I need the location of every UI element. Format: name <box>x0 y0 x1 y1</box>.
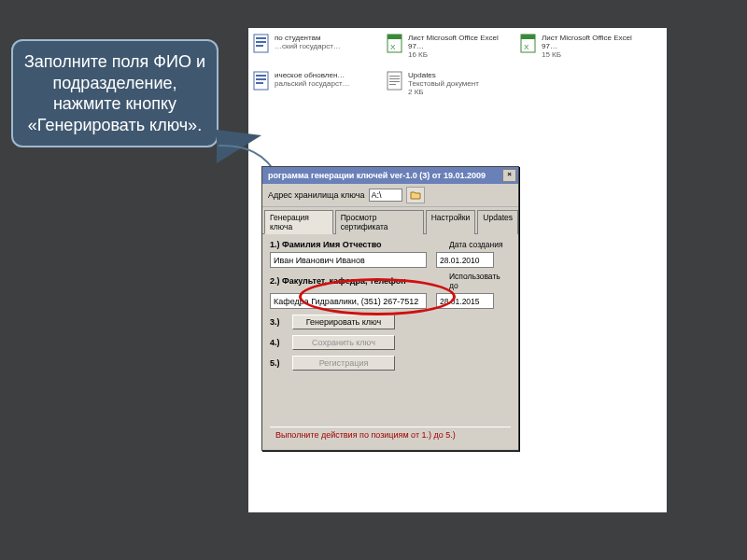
file-desc: …ский государст… <box>275 42 341 50</box>
tab-view-cert[interactable]: Просмотр сертификата <box>335 210 424 234</box>
file-name: Лист Microsoft Office Excel 97… <box>542 34 645 50</box>
svg-rect-16 <box>389 78 400 79</box>
fullname-label: 1.) Фамилия Имя Отчество <box>270 240 449 249</box>
file-item[interactable]: по студентам …ский государст… <box>252 34 378 62</box>
tab-label: Updates <box>483 213 513 222</box>
date-created-input[interactable] <box>436 252 494 268</box>
svg-rect-14 <box>388 72 402 90</box>
department-input[interactable] <box>270 293 427 309</box>
close-icon: × <box>507 170 512 178</box>
svg-rect-13 <box>256 82 263 84</box>
address-label: Адрес хранилища ключа <box>268 190 365 200</box>
file-item[interactable]: X Лист Microsoft Office Excel 97… 16 КБ <box>386 34 512 62</box>
file-desc: Текстовый документ <box>408 79 479 88</box>
button-label: Сохранить ключ <box>312 338 375 347</box>
svg-rect-1 <box>256 37 266 39</box>
date-until-label: Использовать до <box>449 272 511 290</box>
step3-number: 3.) <box>270 317 287 327</box>
date-until-input[interactable] <box>436 293 494 309</box>
step4-number: 4.) <box>270 338 287 347</box>
svg-rect-17 <box>389 81 400 82</box>
key-store-address-row: Адрес хранилища ключа <box>262 184 518 207</box>
file-desc: 15 КБ <box>542 50 645 59</box>
doc-icon <box>252 71 271 91</box>
status-bar: Выполните действия по позициям от 1.) до… <box>270 427 511 442</box>
button-label: Генерировать ключ <box>306 317 382 327</box>
keygen-dialog: рограмма генерации ключей ver-1.0 (3) от… <box>261 166 519 451</box>
txt-icon <box>386 71 404 91</box>
folder-icon <box>410 190 421 200</box>
date-created-label: Дата создания <box>449 240 511 249</box>
generate-key-button[interactable]: Генерировать ключ <box>292 315 395 329</box>
file-desc: ральский государст… <box>275 79 350 88</box>
svg-rect-8 <box>521 35 535 39</box>
dialog-titlebar[interactable]: рограмма генерации ключей ver-1.0 (3) от… <box>262 167 518 184</box>
tab-strip: Генерация ключа Просмотр сертификата Нас… <box>262 207 518 234</box>
close-button[interactable]: × <box>502 169 516 182</box>
file-item[interactable]: Updates Текстовый документ 2 КБ <box>386 71 512 99</box>
step5-number: 5.) <box>270 358 287 368</box>
file-name: ическое обновлен… <box>275 71 350 79</box>
file-name: Лист Microsoft Office Excel 97… <box>408 34 512 50</box>
fullname-input[interactable] <box>270 252 427 268</box>
file-name: по студентам <box>275 34 341 42</box>
svg-rect-0 <box>254 35 268 52</box>
svg-text:X: X <box>390 43 396 51</box>
xls-icon: X <box>519 34 538 54</box>
address-input[interactable] <box>369 189 402 202</box>
button-label: Регистрация <box>319 358 369 368</box>
tab-label: Просмотр сертификата <box>341 213 388 231</box>
svg-rect-15 <box>389 76 400 77</box>
file-list: по студентам …ский государст… X Лист Mic… <box>248 32 667 106</box>
xls-icon: X <box>386 34 404 54</box>
keygen-panel: 1.) Фамилия Имя Отчество Дата создания 2… <box>262 234 518 450</box>
svg-rect-5 <box>388 35 402 39</box>
svg-rect-10 <box>254 72 268 90</box>
tab-label: Настройки <box>431 213 471 222</box>
tab-updates[interactable]: Updates <box>477 210 518 234</box>
register-button[interactable]: Регистрация <box>292 356 395 371</box>
save-key-button[interactable]: Сохранить ключ <box>292 335 395 350</box>
tab-label: Генерация ключа <box>270 213 309 231</box>
tab-keygen[interactable]: Генерация ключа <box>264 210 333 234</box>
svg-text:X: X <box>524 43 529 51</box>
svg-rect-12 <box>256 78 266 80</box>
tab-settings[interactable]: Настройки <box>426 210 476 234</box>
dialog-title: рограмма генерации ключей ver-1.0 (3) от… <box>268 171 486 180</box>
status-text: Выполните действия по позициям от 1.) до… <box>275 430 456 440</box>
file-size: 2 КБ <box>408 88 479 96</box>
svg-rect-18 <box>389 84 396 85</box>
file-desc: 16 КБ <box>408 50 512 59</box>
svg-rect-2 <box>256 41 266 43</box>
svg-rect-3 <box>256 45 263 47</box>
callout-text: Заполните поля ФИО и подразделение, нажм… <box>21 51 209 135</box>
department-label: 2.) Факультет, кафедра, телефон <box>270 276 449 286</box>
svg-rect-11 <box>256 75 266 77</box>
file-name: Updates <box>408 71 479 79</box>
doc-icon <box>252 34 271 54</box>
instruction-callout: Заполните поля ФИО и подразделение, нажм… <box>11 39 218 147</box>
file-item[interactable]: ическое обновлен… ральский государст… <box>252 71 378 99</box>
browse-button[interactable] <box>406 187 425 203</box>
file-item[interactable]: X Лист Microsoft Office Excel 97… 15 КБ <box>519 34 645 62</box>
